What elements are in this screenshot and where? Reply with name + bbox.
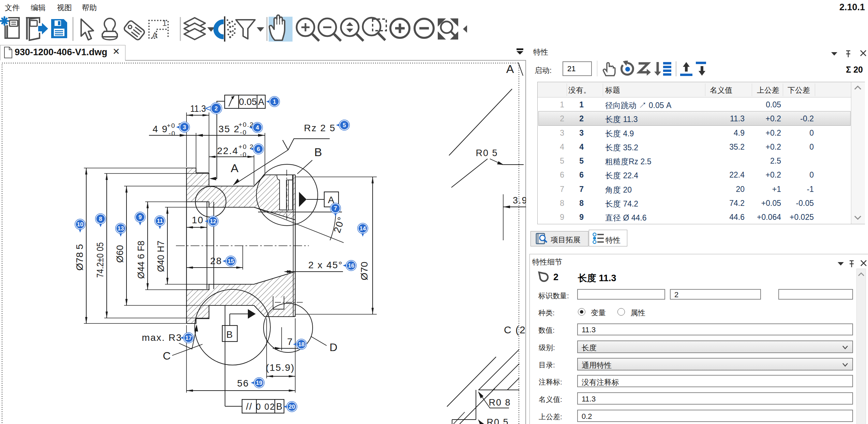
svg-text:2: 2 — [214, 105, 218, 112]
svg-text:Ø78 5: Ø78 5 — [74, 244, 85, 271]
svg-text:D: D — [329, 341, 338, 353]
svg-text:B: B — [276, 402, 283, 412]
svg-text:Rz 2 5: Rz 2 5 — [304, 123, 336, 133]
svg-text:4 9: 4 9 — [153, 124, 168, 134]
svg-text:11.3: 11.3 — [190, 103, 206, 114]
svg-text:8: 8 — [99, 216, 102, 222]
svg-text:Ø70: Ø70 — [359, 262, 370, 281]
svg-text:0.05: 0.05 — [239, 97, 257, 107]
svg-text:13: 13 — [118, 225, 124, 232]
svg-text:16: 16 — [348, 262, 355, 269]
svg-text:11: 11 — [157, 218, 163, 224]
svg-text:0 02: 0 02 — [256, 402, 275, 411]
svg-text:A: A — [231, 162, 239, 175]
svg-text:max. R3: max. R3 — [142, 332, 182, 343]
svg-text:A: A — [152, 31, 158, 40]
svg-text:(15.9): (15.9) — [266, 362, 295, 373]
svg-text:R0 5: R0 5 — [476, 148, 498, 158]
svg-text:A: A — [258, 97, 264, 107]
svg-text:-0: -0 — [240, 151, 247, 158]
svg-text:6: 6 — [257, 146, 260, 152]
svg-text:15: 15 — [228, 258, 234, 264]
svg-text:12: 12 — [210, 218, 216, 225]
svg-text:3.9: 3.9 — [513, 195, 526, 206]
svg-text:C: C — [163, 350, 171, 362]
svg-text:-0: -0 — [240, 129, 247, 136]
svg-text:1: 1 — [273, 99, 276, 105]
svg-text:2 x 45°: 2 x 45° — [308, 260, 343, 270]
svg-text:19: 19 — [256, 380, 263, 386]
svg-text:14: 14 — [360, 225, 366, 232]
svg-text:B: B — [226, 329, 234, 340]
svg-text:Ø40 H7: Ø40 H7 — [155, 241, 166, 272]
svg-text:1: 1 — [162, 18, 167, 28]
svg-text:35 2: 35 2 — [219, 124, 240, 134]
svg-text:3: 3 — [183, 124, 186, 131]
svg-text:C (2 : 1): C (2 : 1) — [504, 324, 526, 335]
svg-text:R0 8: R0 8 — [489, 397, 511, 408]
svg-text:10: 10 — [192, 215, 204, 225]
svg-text://: // — [246, 402, 252, 412]
svg-text:28: 28 — [210, 256, 222, 266]
svg-text:4: 4 — [256, 124, 259, 131]
svg-text:20: 20 — [289, 404, 295, 410]
svg-text:56: 56 — [237, 378, 249, 389]
svg-text:R0 5: R0 5 — [487, 417, 509, 424]
svg-text:74.2±0 05: 74.2±0 05 — [95, 242, 105, 278]
svg-text:10: 10 — [77, 221, 84, 228]
svg-text:-0: -0 — [169, 130, 176, 137]
svg-text:Ø60: Ø60 — [115, 245, 125, 263]
svg-text:22.4: 22.4 — [217, 146, 239, 156]
svg-text:Ø44 6 F8: Ø44 6 F8 — [136, 241, 146, 279]
svg-text:B: B — [314, 146, 323, 158]
svg-text:9: 9 — [138, 214, 141, 221]
svg-text:18: 18 — [298, 341, 305, 348]
svg-text:7: 7 — [334, 205, 337, 212]
svg-text:17: 17 — [185, 335, 192, 341]
svg-text:20°: 20° — [332, 215, 347, 234]
svg-text:A: A — [506, 62, 515, 75]
svg-text:7: 7 — [287, 336, 293, 347]
svg-text:5: 5 — [343, 122, 346, 128]
